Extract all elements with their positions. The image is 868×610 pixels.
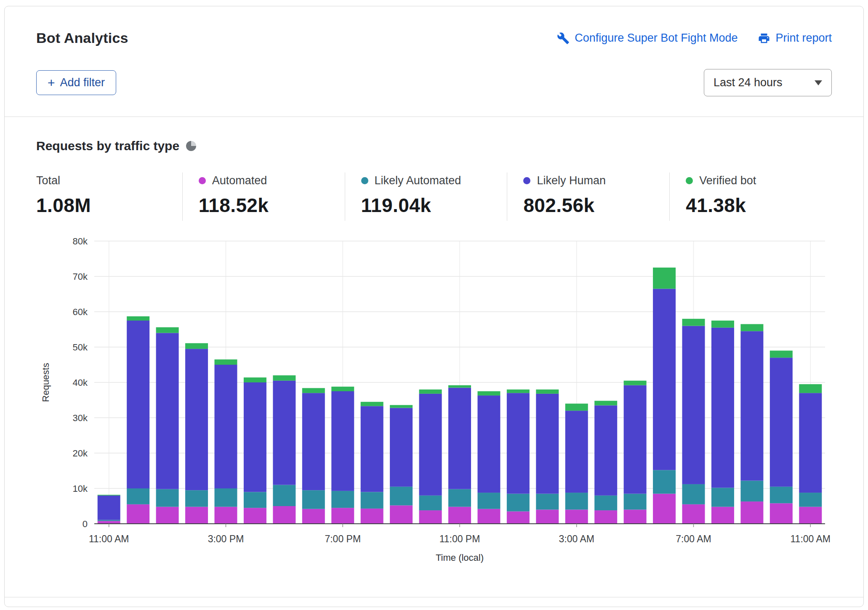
bar-segment: [273, 506, 296, 524]
chart-bar[interactable]: [740, 324, 763, 524]
x-tick-label: 11:00 AM: [89, 533, 129, 544]
stat-likely-automated[interactable]: Likely Automated119.04k: [345, 172, 507, 221]
chart-bar[interactable]: [653, 268, 676, 524]
bar-segment: [799, 384, 822, 393]
plus-icon: +: [48, 77, 55, 89]
chart-bar[interactable]: [244, 377, 266, 524]
stat-value: 118.52k: [199, 194, 345, 217]
chart-bar[interactable]: [448, 385, 471, 524]
bar-segment: [536, 390, 559, 394]
bar-segment: [770, 487, 793, 503]
bar-segment: [594, 401, 617, 406]
bar-segment: [799, 393, 822, 493]
chart-bar[interactable]: [624, 381, 647, 524]
chart-bar[interactable]: [682, 319, 705, 524]
chart-bar[interactable]: [419, 390, 442, 524]
y-tick-label: 60k: [73, 307, 88, 317]
bar-segment: [565, 493, 588, 509]
bar-segment: [244, 377, 266, 382]
chart-bar[interactable]: [477, 391, 500, 524]
time-range-select[interactable]: Last 24 hours: [704, 69, 832, 96]
stat-automated[interactable]: Automated118.52k: [182, 172, 345, 221]
chart-bar[interactable]: [273, 375, 296, 524]
bar-segment: [624, 381, 647, 385]
bar-segment: [419, 510, 442, 524]
bar-segment: [331, 508, 354, 524]
bar-segment: [127, 504, 149, 524]
bar-segment: [536, 494, 559, 510]
y-tick-label: 70k: [73, 271, 88, 282]
stat-verified-bot[interactable]: Verified bot41.38k: [669, 172, 832, 221]
y-tick-label: 50k: [73, 342, 88, 353]
bar-segment: [770, 503, 793, 524]
bar-segment: [156, 507, 179, 524]
bar-segment: [624, 509, 647, 524]
chart-bar[interactable]: [711, 321, 734, 524]
chart-bar[interactable]: [536, 390, 559, 524]
chart-bar[interactable]: [361, 402, 383, 524]
x-tick-label: 3:00 AM: [559, 533, 594, 544]
bar-segment: [127, 321, 149, 488]
chart-bar[interactable]: [214, 359, 237, 524]
bar-segment: [477, 391, 500, 395]
bar-segment: [273, 381, 296, 485]
bar-segment: [448, 489, 471, 507]
chart-bar[interactable]: [302, 388, 325, 524]
chart-bar[interactable]: [594, 401, 617, 524]
y-tick-label: 80k: [73, 236, 88, 247]
stat-total[interactable]: Total1.08M: [36, 172, 182, 221]
traffic-type-stats: Total1.08MAutomated118.52kLikely Automat…: [36, 172, 832, 221]
bar-segment: [331, 491, 354, 508]
bar-segment: [185, 343, 208, 349]
bar-segment: [624, 385, 647, 494]
bar-segment: [740, 324, 763, 331]
pie-chart-icon: [186, 141, 196, 151]
chart-bar[interactable]: [799, 384, 822, 524]
configure-link-label: Configure Super Bot Fight Mode: [575, 32, 738, 45]
stat-likely-human[interactable]: Likely Human802.56k: [507, 172, 669, 221]
legend-dot: [686, 177, 693, 184]
card-header: Bot Analytics Configure Super Bot Fight …: [5, 6, 863, 96]
requests-by-traffic-type-chart: 010k20k30k40k50k60k70k80k11:00 AM3:00 PM…: [36, 236, 832, 568]
bar-segment: [419, 390, 442, 394]
bar-segment: [565, 403, 588, 411]
print-report-link[interactable]: Print report: [758, 32, 832, 45]
bar-segment: [448, 388, 471, 489]
bar-segment: [507, 494, 530, 512]
add-filter-button[interactable]: + Add filter: [36, 70, 116, 95]
bar-segment: [711, 321, 734, 328]
y-tick-label: 20k: [73, 448, 88, 459]
chart-bar[interactable]: [156, 327, 179, 524]
page-title: Bot Analytics: [36, 30, 128, 46]
bar-segment: [214, 507, 237, 524]
chart-bar[interactable]: [331, 387, 354, 524]
chart-bar[interactable]: [507, 390, 530, 524]
chart-bar[interactable]: [185, 343, 208, 524]
bar-segment: [273, 375, 296, 381]
x-tick-label: 7:00 AM: [676, 533, 711, 544]
chart-bar[interactable]: [390, 405, 413, 524]
bar-segment: [507, 512, 530, 524]
bot-analytics-card: Bot Analytics Configure Super Bot Fight …: [4, 6, 864, 607]
bar-segment: [361, 509, 383, 524]
bar-segment: [477, 493, 500, 509]
chart-bar[interactable]: [770, 350, 793, 524]
bar-segment: [594, 496, 617, 510]
y-tick-label: 10k: [73, 483, 88, 494]
bar-segment: [477, 395, 500, 493]
bar-segment: [127, 488, 149, 504]
bar-segment: [214, 488, 237, 507]
bar-segment: [594, 406, 617, 496]
bar-segment: [156, 489, 179, 507]
chart-bar[interactable]: [127, 316, 149, 524]
y-tick-label: 0: [83, 519, 88, 529]
bar-segment: [565, 509, 588, 524]
bar-segment: [740, 501, 763, 524]
configure-super-bot-fight-mode-link[interactable]: Configure Super Bot Fight Mode: [557, 32, 738, 45]
chart-bar[interactable]: [98, 495, 120, 524]
bar-segment: [653, 470, 676, 493]
x-axis-title: Time (local): [436, 552, 484, 563]
chart-bar[interactable]: [565, 403, 588, 524]
bar-segment: [244, 382, 266, 492]
bar-segment: [682, 484, 705, 504]
